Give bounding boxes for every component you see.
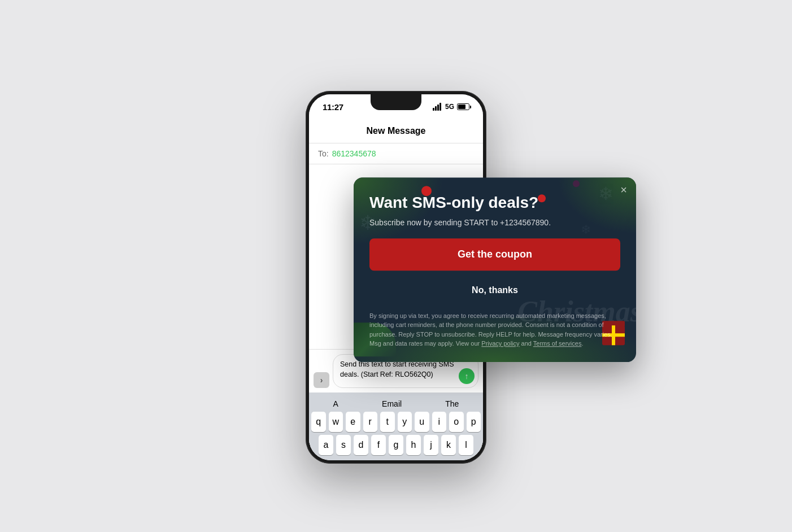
key-h[interactable]: h [406,435,421,455]
to-field: To: 8612345678 [309,143,483,164]
key-g[interactable]: g [389,435,403,455]
key-t[interactable]: t [380,412,395,432]
popup-disclaimer: By signing up via text, you agree to rec… [369,311,620,348]
key-d[interactable]: d [354,435,368,455]
key-o[interactable]: o [449,412,464,432]
and-text: and [520,340,533,347]
privacy-policy-link[interactable]: Privacy policy [481,340,519,347]
terms-link[interactable]: Terms of services [533,340,582,347]
suggestion-the[interactable]: The [445,399,459,408]
key-a[interactable]: a [319,435,333,455]
key-y[interactable]: y [398,412,412,432]
status-time: 11:27 [323,102,343,112]
key-i[interactable]: i [432,412,447,432]
to-label: To: [318,149,329,158]
keyboard-row-2: a s d f g h j k l [311,435,481,455]
popup-title: Want SMS-only deals? [369,193,620,212]
key-u[interactable]: u [415,412,429,432]
get-coupon-button[interactable]: Get the coupon [369,238,620,271]
key-q[interactable]: q [311,412,326,432]
imessage-header: New Message [309,119,483,143]
key-j[interactable]: j [424,435,438,455]
sms-popup: ❄ ❄ ❄ ❄ ❄ Christmas × Want SMS-only deal… [354,177,636,362]
key-w[interactable]: w [329,412,343,432]
keyboard-suggestions: A Email The [311,397,481,412]
ornament-dark-1 [573,180,580,187]
key-p[interactable]: p [467,412,481,432]
key-e[interactable]: e [346,412,360,432]
key-k[interactable]: k [441,435,456,455]
status-icons: 5G [433,103,469,111]
key-s[interactable]: s [336,435,351,455]
key-l[interactable]: l [459,435,473,455]
keyboard: A Email The q w e r t y u i o p a [309,393,483,460]
network-label: 5G [445,103,454,111]
imessage-title: New Message [367,126,426,136]
suggestion-email[interactable]: Email [382,399,402,408]
popup-content: Want SMS-only deals? Subscribe now by se… [369,193,620,348]
battery-icon [457,103,469,110]
notch [371,94,421,110]
expand-button[interactable]: › [314,372,329,388]
popup-subtitle: Subscribe now by sending START to +12345… [369,218,620,227]
to-number: 8612345678 [332,149,376,158]
signal-icon [433,103,441,111]
close-button[interactable]: × [620,184,627,195]
keyboard-row-1: q w e r t y u i o p [311,412,481,432]
key-r[interactable]: r [363,412,378,432]
disclaimer-end: . [581,340,583,347]
send-button[interactable]: ↑ [459,368,475,384]
popup-background: ❄ ❄ ❄ ❄ ❄ Christmas × Want SMS-only deal… [354,177,636,362]
key-f[interactable]: f [371,435,386,455]
suggestion-a[interactable]: A [333,399,338,408]
status-bar: 11:27 5G [309,94,483,119]
no-thanks-button[interactable]: No, thanks [369,278,620,302]
